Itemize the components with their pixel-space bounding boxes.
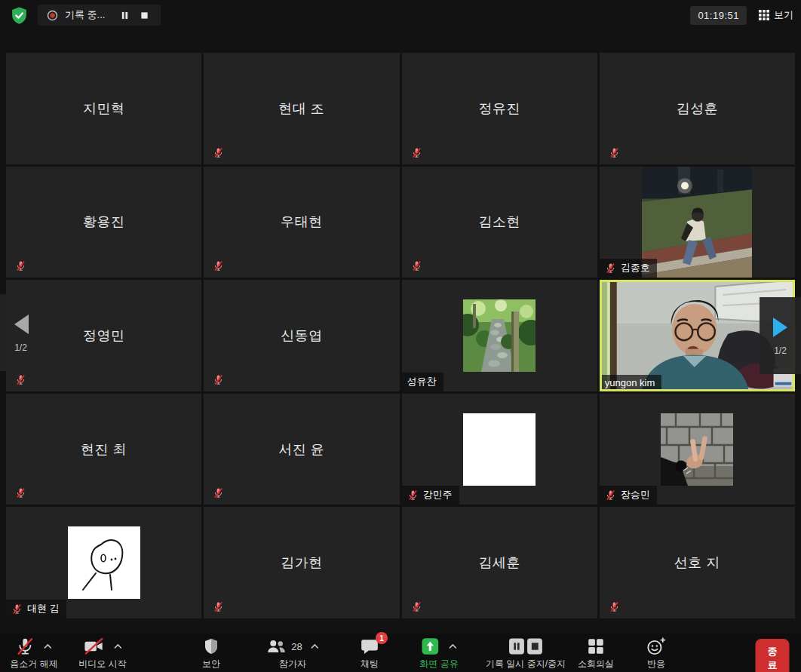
- participant-tile[interactable]: 서진 윤: [204, 394, 399, 505]
- muted-mic-icon: [15, 487, 26, 499]
- participant-tile[interactable]: 정유진: [402, 53, 597, 164]
- prev-page-panel: 1/2: [0, 294, 41, 371]
- muted-mic-icon: [609, 147, 620, 158]
- participant-tile[interactable]: 성유찬: [402, 280, 597, 391]
- muted-mic-icon: [213, 147, 224, 158]
- camera-off-icon: [83, 637, 105, 656]
- toolbar-breakout-rooms-button[interactable]: 소회의실: [578, 636, 614, 670]
- participant-name: yungon kim: [605, 377, 655, 388]
- recording-status-text: 기록 중...: [65, 8, 105, 22]
- participant-tile[interactable]: 강민주: [402, 394, 597, 505]
- participant-tile[interactable]: 김종호: [600, 167, 795, 278]
- avatar-photo: [463, 299, 536, 372]
- muted-mic-icon: [11, 603, 23, 615]
- chevron-up-icon: [311, 643, 320, 649]
- participant-name: 선호 지: [674, 554, 720, 572]
- participant-tile[interactable]: 선호 지: [600, 507, 795, 618]
- toolbar-label: 화면 공유: [419, 658, 458, 670]
- pause-icon: [121, 11, 129, 20]
- toolbar-label: 소회의실: [578, 658, 614, 670]
- toolbar-label: 보안: [202, 658, 220, 670]
- muted-mic-icon: [411, 601, 422, 612]
- toolbar-start-video-button[interactable]: 비디오 시작: [78, 636, 126, 670]
- record-dot-icon: [47, 10, 58, 21]
- chevron-up-icon: [449, 643, 458, 649]
- muted-mic-icon: [411, 260, 422, 272]
- pause-recording-button[interactable]: [117, 8, 132, 23]
- participant-tile[interactable]: 장승민: [600, 394, 795, 505]
- shield-check-icon: [10, 6, 29, 25]
- participant-name: 강민주: [423, 488, 453, 502]
- toolbar-unmute-button[interactable]: 음소거 해제: [10, 636, 57, 670]
- muted-mic-icon: [15, 260, 26, 272]
- security-shield-button[interactable]: [8, 4, 30, 26]
- page-indicator: 1/2: [14, 342, 27, 353]
- participant-tile[interactable]: 김세훈: [402, 507, 597, 618]
- page-indicator: 1/2: [774, 345, 787, 356]
- muted-mic-icon: [213, 374, 224, 385]
- mic-off-icon: [16, 637, 35, 656]
- participant-name: 우태현: [281, 213, 323, 231]
- chevron-up-icon[interactable]: [44, 643, 53, 649]
- bottom-toolbar: 음소거 해제 비디오 시작 보안 28 참가자 1채팅 화면 공유 기록 일시 …: [0, 634, 801, 672]
- participant-tile[interactable]: 황용진: [6, 167, 201, 278]
- muted-mic-icon: [15, 260, 26, 272]
- pause-stop-recording-icon: [508, 637, 543, 656]
- muted-mic-icon: [411, 147, 422, 158]
- muted-mic-icon: [411, 601, 422, 612]
- stop-recording-button[interactable]: [137, 8, 152, 23]
- end-meeting-button[interactable]: 종료: [756, 639, 790, 672]
- participant-tile[interactable]: 김가현: [204, 507, 399, 618]
- chevron-up-icon[interactable]: [449, 643, 458, 649]
- participant-tile[interactable]: 신동엽: [204, 280, 399, 391]
- participant-name: 김종호: [621, 261, 650, 275]
- participant-tile[interactable]: 지민혁: [6, 53, 201, 164]
- toolbar-label: 음소거 해제: [10, 658, 57, 670]
- participant-name: 현대 조: [278, 100, 324, 118]
- muted-mic-icon: [407, 489, 419, 501]
- participant-name: 서진 윤: [278, 440, 324, 459]
- toolbar-share-screen-button[interactable]: 화면 공유: [419, 636, 458, 670]
- muted-mic-icon: [11, 603, 23, 615]
- toolbar-recording-controls-button[interactable]: 기록 일시 중지/중지: [486, 636, 566, 670]
- toolbar-label: 기록 일시 중지/중지: [486, 658, 566, 670]
- muted-mic-icon: [609, 601, 620, 612]
- share-screen-icon: [421, 637, 440, 656]
- toolbar-security-button[interactable]: 보안: [202, 636, 220, 670]
- muted-mic-icon: [605, 262, 616, 274]
- muted-mic-icon: [15, 374, 26, 385]
- chevron-up-icon: [44, 643, 53, 649]
- avatar-drawing: [68, 526, 140, 599]
- participant-grid: 지민혁현대 조 정유진 김성훈 황용진 우태현 김소현: [6, 53, 795, 618]
- chevron-up-icon[interactable]: [113, 643, 122, 649]
- participant-name: 대현 김: [27, 602, 60, 615]
- muted-mic-icon: [213, 374, 224, 385]
- participant-tile[interactable]: 현진 최: [6, 394, 201, 505]
- participant-tile[interactable]: 김성훈: [600, 53, 795, 164]
- participant-label: yungon kim: [600, 375, 661, 391]
- prev-page-button[interactable]: [11, 313, 31, 336]
- participant-label: 대현 김: [6, 600, 66, 618]
- toolbar-end-meeting-button[interactable]: 종료: [756, 639, 790, 672]
- participant-name: 현진 최: [81, 440, 127, 459]
- muted-mic-icon: [15, 374, 26, 385]
- toolbar-label: 비디오 시작: [78, 658, 126, 670]
- participant-tile[interactable]: 우태현: [204, 167, 399, 278]
- avatar-photo: [661, 413, 733, 486]
- participant-name: 신동엽: [281, 327, 323, 345]
- toolbar-chat-button[interactable]: 1채팅: [360, 636, 379, 670]
- participant-tile[interactable]: 현대 조: [204, 53, 399, 164]
- toolbar-reactions-button[interactable]: 반응: [646, 636, 667, 670]
- participant-tile[interactable]: 대현 김: [6, 507, 201, 618]
- next-page-button[interactable]: [771, 316, 790, 339]
- chevron-up-icon[interactable]: [311, 643, 320, 649]
- view-label: 보기: [774, 8, 793, 22]
- view-button[interactable]: 보기: [759, 8, 793, 22]
- reactions-icon: [646, 637, 667, 656]
- participant-name: 정유진: [478, 100, 520, 118]
- muted-mic-icon: [213, 260, 224, 272]
- participant-tile[interactable]: 김소현: [402, 167, 597, 278]
- toolbar-label: 채팅: [361, 658, 379, 670]
- toolbar-participants-button[interactable]: 28 참가자: [265, 636, 319, 670]
- toolbar-label: 참가자: [279, 658, 306, 670]
